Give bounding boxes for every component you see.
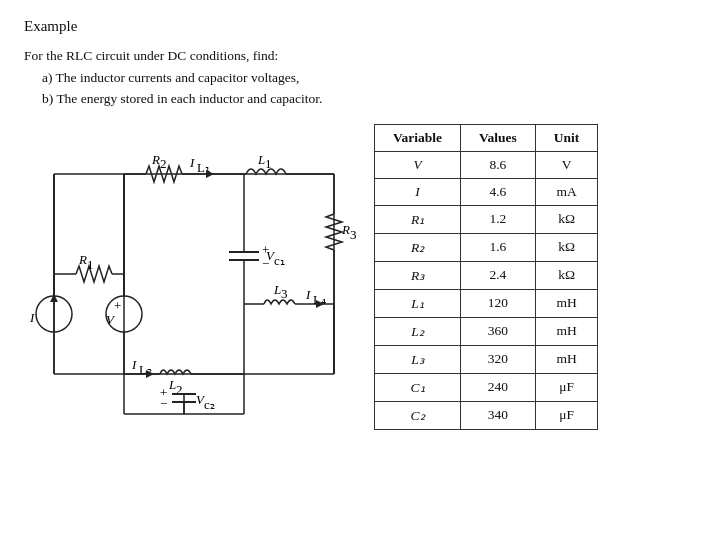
label-L1: L (257, 152, 265, 167)
table-row: L₂360mH (375, 317, 598, 345)
problem-text: For the RLC circuit under DC conditions,… (24, 45, 696, 110)
label-V: V (106, 312, 116, 327)
label-R3-sub: 3 (350, 227, 357, 242)
col-values: Values (461, 124, 536, 151)
cell-unit: kΩ (535, 233, 598, 261)
cell-variable: L₁ (375, 289, 461, 317)
table-row: C₂340μF (375, 401, 598, 429)
cell-variable: C₁ (375, 373, 461, 401)
label-Vc1-sub: c₁ (274, 253, 285, 268)
cell-variable: I (375, 178, 461, 205)
table-row: I4.6mA (375, 178, 598, 205)
label-Vc2-sub: c₂ (204, 397, 215, 412)
label-L3-sub: 3 (281, 286, 288, 301)
minus-C2: − (160, 396, 167, 411)
cell-value: 120 (461, 289, 536, 317)
cell-unit: mH (535, 289, 598, 317)
cell-variable: R₁ (375, 205, 461, 233)
label-R1: R (78, 252, 87, 267)
plus-sign-v: + (114, 298, 121, 313)
svg-marker-22 (206, 170, 214, 178)
cell-variable: R₂ (375, 233, 461, 261)
label-R2-sub: 2 (160, 156, 167, 171)
table-row: L₁120mH (375, 289, 598, 317)
cell-unit: μF (535, 401, 598, 429)
cell-unit: μF (535, 373, 598, 401)
label-L2-bottom: L (168, 377, 176, 392)
label-IL2: I (131, 357, 137, 372)
cell-unit: V (535, 151, 598, 178)
label-IL3: I (305, 287, 311, 302)
table-row: R₁1.2kΩ (375, 205, 598, 233)
circuit-svg: I + V R (24, 124, 364, 424)
label-IL1: I (189, 155, 195, 170)
cell-value: 240 (461, 373, 536, 401)
cell-value: 360 (461, 317, 536, 345)
table-area: Variable Values Unit V8.6VI4.6mAR₁1.2kΩR… (374, 124, 696, 430)
label-L1-sub: 1 (265, 156, 272, 171)
label-C2: C (144, 420, 153, 424)
cell-value: 1.2 (461, 205, 536, 233)
page-title: Example (24, 18, 696, 35)
label-R2: R (151, 152, 160, 167)
label-R1-sub: 1 (87, 257, 94, 272)
label-L3: L (273, 282, 281, 297)
cell-value: 340 (461, 401, 536, 429)
cell-unit: mA (535, 178, 598, 205)
cell-value: 1.6 (461, 233, 536, 261)
cell-unit: mH (535, 345, 598, 373)
content-area: I + V R (24, 124, 696, 430)
cell-variable: L₂ (375, 317, 461, 345)
cell-unit: kΩ (535, 205, 598, 233)
problem-item-a: a) The inductor currents and capacitor v… (42, 67, 696, 89)
table-row: C₁240μF (375, 373, 598, 401)
table-row: L₃320mH (375, 345, 598, 373)
values-table: Variable Values Unit V8.6VI4.6mAR₁1.2kΩR… (374, 124, 598, 430)
problem-item-b: b) The energy stored in each inductor an… (42, 88, 696, 110)
cell-variable: C₂ (375, 401, 461, 429)
circuit-diagram: I + V R (24, 124, 364, 424)
table-row: V8.6V (375, 151, 598, 178)
label-R3: R (341, 222, 350, 237)
cell-value: 4.6 (461, 178, 536, 205)
page: Example For the RLC circuit under DC con… (0, 0, 720, 440)
cell-variable: R₃ (375, 261, 461, 289)
table-row: R₃2.4kΩ (375, 261, 598, 289)
col-variable: Variable (375, 124, 461, 151)
cell-variable: L₃ (375, 345, 461, 373)
cell-value: 320 (461, 345, 536, 373)
col-unit: Unit (535, 124, 598, 151)
table-row: R₂1.6kΩ (375, 233, 598, 261)
cell-value: 2.4 (461, 261, 536, 289)
label-I: I (29, 310, 35, 325)
cell-unit: kΩ (535, 261, 598, 289)
cell-unit: mH (535, 317, 598, 345)
cell-variable: V (375, 151, 461, 178)
cell-value: 8.6 (461, 151, 536, 178)
problem-intro: For the RLC circuit under DC conditions,… (24, 45, 696, 67)
